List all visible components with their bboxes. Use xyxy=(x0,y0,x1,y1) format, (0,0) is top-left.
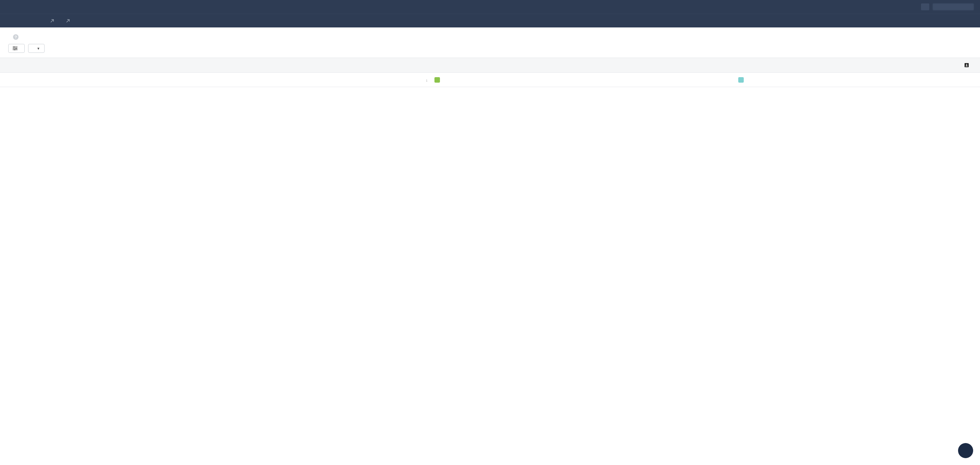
account-area[interactable] xyxy=(933,3,974,10)
col-target-2[interactable] xyxy=(735,73,980,87)
notification-icon[interactable] xyxy=(921,3,929,10)
col-referring-domain[interactable] xyxy=(0,73,235,87)
sort-desc-icon: ↓ xyxy=(426,78,428,83)
subnav-community[interactable] xyxy=(64,19,70,23)
page-header: ? xyxy=(0,27,980,44)
chevron-down-icon: ▼ xyxy=(37,47,40,50)
svg-point-2 xyxy=(14,49,16,50)
target-2-badge xyxy=(738,77,744,83)
help-icon[interactable]: ? xyxy=(13,34,19,40)
intersections-filter[interactable]: ▼ xyxy=(28,44,45,53)
col-dr[interactable] xyxy=(235,73,284,87)
sliders-icon xyxy=(13,46,18,50)
svg-point-0 xyxy=(14,47,15,48)
subnav-academy[interactable] xyxy=(48,19,54,23)
filter-bar: ▼ xyxy=(0,44,980,57)
col-target-1[interactable] xyxy=(431,73,735,87)
sub-nav xyxy=(0,14,980,27)
external-link-icon xyxy=(50,19,54,23)
nav-right xyxy=(921,3,974,10)
col-intersect[interactable]: ↓ xyxy=(363,73,431,87)
link-intersect-table: ↓ xyxy=(0,73,980,87)
target-1-badge xyxy=(434,77,440,83)
external-link-icon xyxy=(66,19,70,23)
export-button[interactable] xyxy=(964,63,972,68)
top-nav xyxy=(0,0,980,14)
targets-filter[interactable] xyxy=(8,44,25,53)
download-icon xyxy=(964,63,969,68)
col-ahrefs-rank[interactable] xyxy=(284,73,363,87)
svg-point-1 xyxy=(16,48,17,49)
summary-bar xyxy=(0,57,980,73)
table-header-row: ↓ xyxy=(0,73,980,87)
